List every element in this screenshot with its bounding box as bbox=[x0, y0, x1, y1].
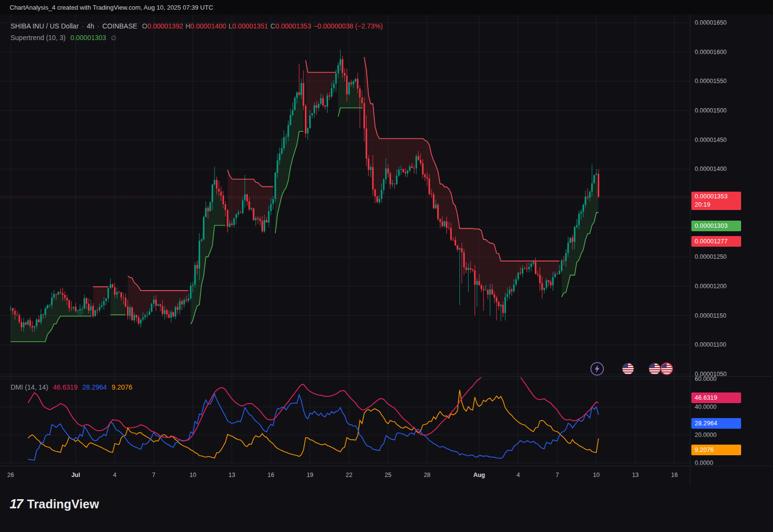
ohlc-high-value: 0.00001400 bbox=[190, 22, 226, 30]
last-price-badge: 0.00001353 20:19 bbox=[691, 192, 741, 210]
ohlc-low-key: L bbox=[229, 22, 232, 30]
bar-countdown: 20:19 bbox=[695, 201, 738, 209]
supertrend-label[interactable]: Supertrend (10, 3) bbox=[11, 34, 66, 42]
symbol-name[interactable]: SHIBA INU / US Dollar bbox=[11, 22, 79, 30]
dmi-plus-di-line bbox=[28, 394, 599, 460]
dmi-plus-di-value: 28.2964 bbox=[82, 383, 107, 391]
economic-event-flag-icon[interactable] bbox=[648, 363, 661, 377]
supertrend-status-icon[interactable]: ∅ bbox=[111, 34, 116, 42]
dmi-minus-di-badge: 9.2076 bbox=[691, 445, 741, 455]
dmi-minus-di-value: 9.2076 bbox=[112, 383, 132, 391]
ohlc-low-value: 0.00001351 bbox=[232, 22, 268, 30]
supertrend-legend[interactable]: Supertrend (10, 3) 0.00001303 ∅ bbox=[11, 34, 116, 42]
legend-separator: · bbox=[79, 22, 87, 30]
dmi-legend[interactable]: DMI (14, 14) 46.6319 28.2964 9.2076 bbox=[11, 383, 132, 391]
supertrend-fill-layer bbox=[11, 57, 599, 341]
dmi-plus-di-badge: 28.2964 bbox=[691, 418, 741, 429]
symbol-exchange[interactable]: COINBASE bbox=[102, 22, 137, 30]
dmi-label[interactable]: DMI (14, 14) bbox=[11, 383, 48, 391]
ohlc-open-value: 0.00001392 bbox=[147, 22, 183, 30]
supertrend-price-badge: 0.00001303 bbox=[691, 221, 741, 231]
chart-canvas[interactable]: 26Jul4710131619222528Aug471013160.000016… bbox=[0, 0, 773, 532]
snapshot-title: ChartAnalysis_4 created with TradingView… bbox=[10, 4, 213, 11]
ohlc-close-key: C bbox=[271, 22, 275, 30]
ohlc-close-value: 0.00001353 bbox=[275, 22, 311, 30]
economic-event-flag-alert-icon[interactable] bbox=[660, 363, 673, 377]
ohlc-open-key: O bbox=[142, 22, 147, 30]
economic-event-flag-icon[interactable] bbox=[622, 363, 634, 377]
ohlc-high-key: H bbox=[186, 22, 190, 30]
last-price-value: 0.00001353 bbox=[695, 193, 738, 201]
dmi-adx-value: 46.6319 bbox=[53, 383, 78, 391]
footer: 17 TradingView bbox=[10, 493, 99, 515]
topbar: ChartAnalysis_4 created with TradingView… bbox=[0, 0, 773, 14]
time-axis[interactable] bbox=[0, 466, 690, 485]
symbol-legend[interactable]: SHIBA INU / US Dollar · 4h · COINBASE O0… bbox=[11, 22, 383, 30]
supertrend-stop-badge: 0.00001277 bbox=[691, 236, 741, 247]
price-change: −0.00000038 (−2.73%) bbox=[314, 22, 383, 30]
tradingview-logo-icon[interactable]: 17 bbox=[10, 497, 22, 512]
tradingview-snapshot: { "topbar": { "title": "ChartAnalysis_4 … bbox=[0, 0, 773, 532]
symbol-interval[interactable]: 4h bbox=[87, 22, 95, 30]
tradingview-wordmark[interactable]: TradingView bbox=[27, 497, 99, 511]
dmi-adx-badge: 46.6319 bbox=[691, 392, 741, 403]
dmi-adx-line bbox=[28, 361, 599, 440]
supertrend-value: 0.00001303 bbox=[71, 34, 106, 42]
legend-separator: · bbox=[94, 22, 102, 30]
dmi-lines-layer bbox=[28, 361, 599, 460]
event-lightning-icon[interactable] bbox=[590, 362, 604, 378]
